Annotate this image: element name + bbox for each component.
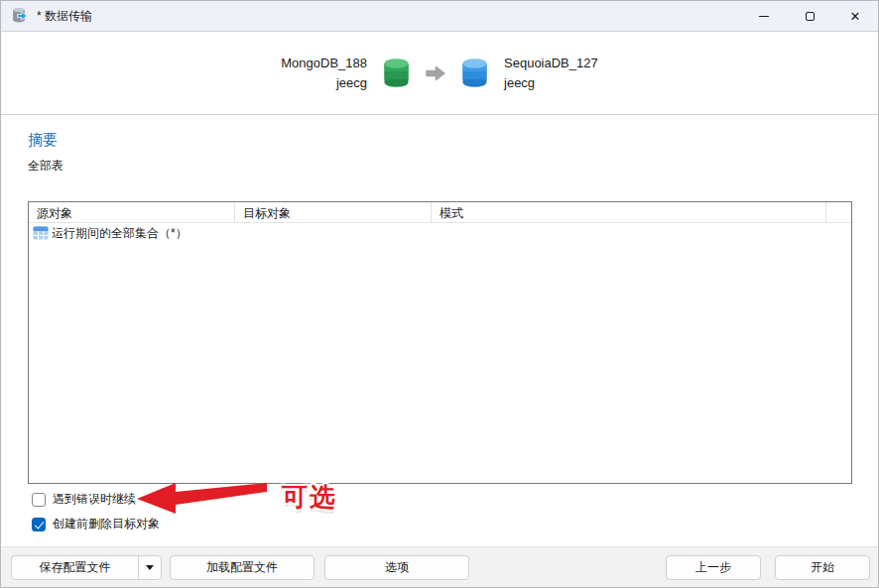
window-title: * 数据传输 bbox=[37, 8, 92, 25]
summary-scope-label: 全部表 bbox=[28, 158, 63, 175]
close-icon: ✕ bbox=[850, 10, 861, 23]
data-transfer-app-icon bbox=[10, 7, 28, 25]
option-continue-on-error[interactable]: 遇到错误时继续 bbox=[32, 491, 136, 508]
titlebar: * 数据传输 ✕ bbox=[1, 1, 878, 32]
target-database-name: jeecg bbox=[504, 73, 598, 93]
objects-table-header: 源对象 目标对象 模式 bbox=[29, 202, 851, 223]
chevron-down-icon bbox=[146, 565, 154, 570]
data-transfer-dialog: * 数据传输 ✕ MongoDB_188 jeecg bbox=[0, 0, 879, 588]
target-connection-name: SequoiaDB_127 bbox=[504, 54, 598, 73]
source-database-icon bbox=[383, 58, 410, 89]
connection-header: MongoDB_188 jeecg SequoiaDB_127 jeecg bbox=[1, 32, 878, 115]
column-header-target-object[interactable]: 目标对象 bbox=[235, 202, 432, 222]
previous-step-button[interactable]: 上一步 bbox=[666, 555, 761, 580]
annotation-optional-label: 可选 bbox=[282, 480, 337, 515]
column-header-mode[interactable]: 模式 bbox=[432, 202, 826, 222]
start-button[interactable]: 开始 bbox=[775, 555, 870, 580]
save-profile-dropdown-button[interactable] bbox=[138, 556, 161, 579]
collection-icon bbox=[33, 226, 49, 240]
annotation-arrow-icon bbox=[136, 481, 269, 515]
continue-on-error-label[interactable]: 遇到错误时继续 bbox=[53, 491, 136, 508]
row-source-object: 运行期间的全部集合（*） bbox=[52, 225, 188, 242]
options-button[interactable]: 选项 bbox=[324, 555, 469, 580]
drop-target-label[interactable]: 创建前删除目标对象 bbox=[53, 516, 160, 532]
transfer-arrow-icon bbox=[426, 63, 445, 83]
option-drop-target-before-create[interactable]: 创建前删除目标对象 bbox=[32, 516, 160, 532]
source-database-name: jeecg bbox=[281, 73, 367, 93]
minimize-icon bbox=[759, 16, 769, 17]
column-header-source-object[interactable]: 源对象 bbox=[29, 202, 235, 222]
maximize-icon bbox=[806, 12, 815, 21]
footer-bar: 保存配置文件 加载配置文件 选项 上一步 开始 bbox=[1, 546, 878, 587]
source-connection-name: MongoDB_188 bbox=[281, 54, 367, 73]
load-profile-button[interactable]: 加载配置文件 bbox=[170, 555, 314, 580]
save-profile-button[interactable]: 保存配置文件 bbox=[12, 556, 138, 579]
target-database-icon bbox=[461, 58, 488, 89]
objects-table: 源对象 目标对象 模式 运行期间的全部集合（*） bbox=[28, 201, 852, 484]
drop-target-checkbox[interactable] bbox=[32, 518, 46, 531]
maximize-button[interactable] bbox=[787, 1, 832, 31]
source-connection: MongoDB_188 jeecg bbox=[281, 54, 367, 93]
continue-on-error-checkbox[interactable] bbox=[32, 493, 46, 507]
column-header-filler bbox=[826, 202, 851, 222]
minimize-button[interactable] bbox=[741, 1, 787, 31]
table-row[interactable]: 运行期间的全部集合（*） bbox=[29, 223, 851, 243]
summary-heading: 摘要 bbox=[28, 131, 58, 150]
target-connection: SequoiaDB_127 jeecg bbox=[504, 54, 598, 93]
close-button[interactable]: ✕ bbox=[832, 1, 878, 31]
save-profile-split-button: 保存配置文件 bbox=[11, 555, 162, 580]
